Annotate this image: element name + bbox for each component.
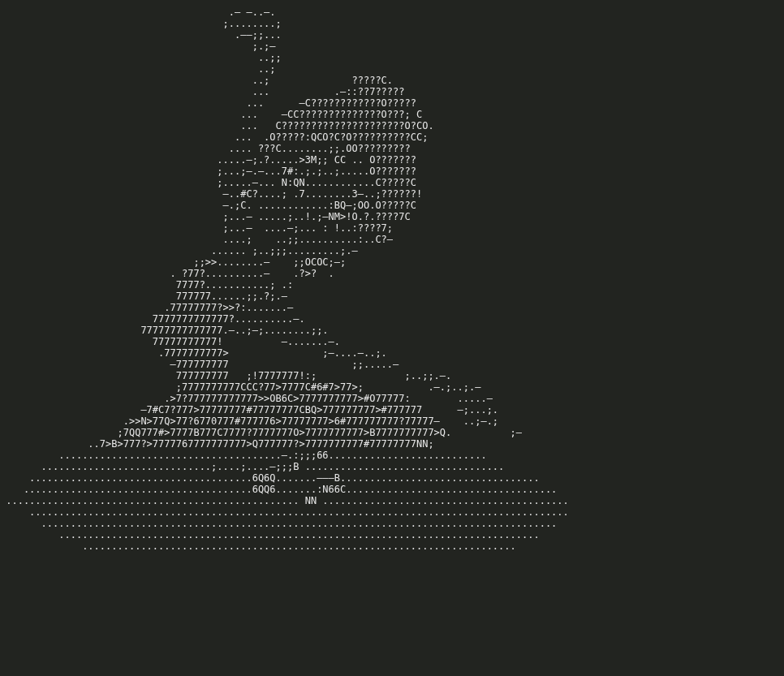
ascii-art-block: .– –..–. ;........; .––;;... ;.;– .	[0, 0, 784, 552]
ascii-art-content: .– –..–. ;........; .––;;... ;.;– .	[0, 6, 569, 552]
